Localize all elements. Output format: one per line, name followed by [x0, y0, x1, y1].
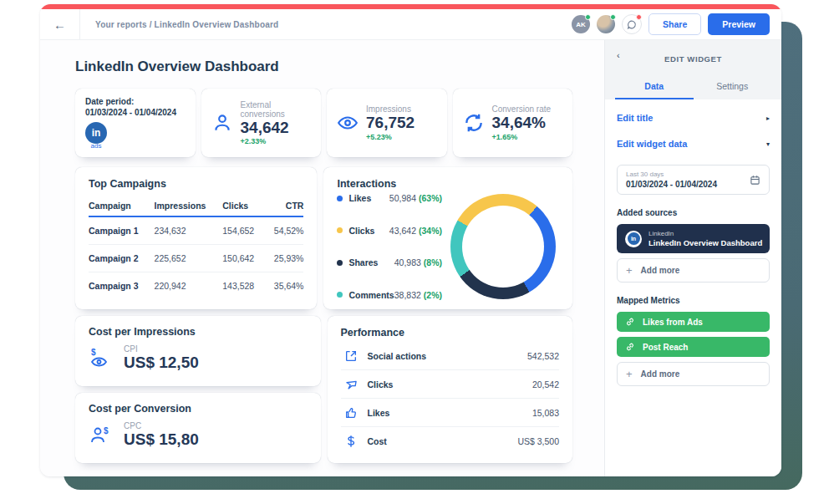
- date-period-card[interactable]: Date period: 01/03/2024 - 01/04/2024 in …: [75, 89, 196, 157]
- topbar-actions: AK Share Preview: [572, 9, 781, 39]
- top-campaigns-card[interactable]: Top Campaigns Campaign Impressions Click…: [75, 167, 317, 309]
- linkedin-ads-icon: in: [85, 122, 107, 144]
- column-header[interactable]: Clicks: [222, 195, 264, 216]
- column-header[interactable]: Impressions: [155, 195, 223, 216]
- interactions-donut[interactable]: [450, 194, 556, 299]
- breadcrumb[interactable]: Your reports / LinkedIn Overview Dashboa…: [95, 9, 278, 39]
- back-button[interactable]: ←: [40, 9, 80, 39]
- column-header[interactable]: CTR: [264, 195, 303, 216]
- avatar-photo[interactable]: [597, 15, 615, 33]
- impressions-card[interactable]: Impressions 76,752 +5.23%: [327, 89, 447, 157]
- edit-widget-body: Edit title ▸ Edit widget data ▾ Last 30 …: [605, 99, 781, 476]
- column-header[interactable]: Campaign: [89, 195, 155, 216]
- metric-delta: +1.65%: [492, 133, 552, 141]
- campaign-name: Campaign 3: [89, 272, 155, 300]
- campaigns-table: Campaign Impressions Clicks CTR Campaign…: [89, 195, 303, 299]
- linkedin-icon: in: [625, 231, 642, 247]
- performance-value: 15,083: [532, 408, 559, 418]
- edit-title-row[interactable]: Edit title ▸: [617, 113, 770, 123]
- mapped-metric-likes-from-ads[interactable]: Likes from Ads: [617, 312, 770, 332]
- svg-text:$: $: [91, 348, 96, 357]
- metric-delta: +5.23%: [366, 133, 414, 141]
- online-status-dot: [585, 14, 591, 20]
- mapped-metric-post-reach[interactable]: Post Reach: [617, 337, 770, 357]
- comments-button[interactable]: [622, 14, 642, 34]
- cost-per-impressions-card[interactable]: Cost per Impressions $ CPI US$ 12,50: [75, 316, 321, 386]
- performance-row[interactable]: Clicks 20,542: [341, 370, 560, 399]
- cost-per-conversion-card[interactable]: Cost per Conversion $ CPC US$ 15,80: [75, 393, 321, 463]
- page-title: LinkedIn Overview Dashboard: [75, 59, 572, 75]
- interactions-card[interactable]: Interactions Likes 50,984 (63%): [323, 167, 572, 309]
- performance-card[interactable]: Performance Social actions 542,532 Click…: [328, 316, 573, 463]
- tab-settings[interactable]: Settings: [694, 75, 772, 99]
- performance-row[interactable]: Likes 15,083: [341, 399, 560, 427]
- thumbs-up-icon: [344, 406, 358, 420]
- legend-value: 50,984: [389, 193, 416, 203]
- legend-item[interactable]: Likes 50,984 (63%): [337, 193, 442, 203]
- legend-item[interactable]: Clicks 43,642 (34%): [337, 226, 442, 236]
- conversion-rate-card[interactable]: Conversion rate 34,64% +1.65%: [453, 89, 573, 157]
- back-arrow-icon: ←: [53, 18, 66, 32]
- source-network: LinkedIn: [648, 230, 762, 237]
- top-bar: ← Your reports / LinkedIn Overview Dashb…: [40, 9, 781, 40]
- performance-label: Cost: [368, 436, 518, 446]
- edit-widget-data-row[interactable]: Edit widget data ▾: [617, 139, 770, 149]
- link-icon: [625, 342, 635, 352]
- add-metric-button[interactable]: + Add more: [617, 362, 770, 386]
- dollar-eye-icon: $: [89, 348, 114, 369]
- legend-dot: [337, 260, 343, 266]
- cpi-label: CPI: [124, 344, 199, 354]
- legend-value: 38,832: [394, 290, 421, 300]
- share-button[interactable]: Share: [648, 13, 701, 35]
- campaign-ctr: 25,93%: [264, 245, 303, 272]
- campaign-impressions: 220,942: [155, 272, 223, 300]
- refresh-icon: [463, 112, 485, 134]
- legend-dot: [337, 196, 343, 201]
- mapped-metric-label: Post Reach: [643, 343, 688, 352]
- campaign-impressions: 225,652: [155, 245, 223, 272]
- add-source-button[interactable]: + Add more: [617, 258, 770, 283]
- date-range-value: 01/03/2024 - 01/04/2024: [626, 180, 750, 189]
- person-dollar-icon: $: [89, 425, 114, 446]
- date-range-field[interactable]: Last 30 days 01/03/2024 - 01/04/2024: [617, 165, 770, 195]
- cursor-icon: [344, 378, 358, 391]
- legend-dot: [337, 227, 343, 233]
- performance-row[interactable]: Social actions 542,532: [341, 342, 560, 370]
- svg-text:$: $: [104, 426, 109, 435]
- add-more-label: Add more: [641, 369, 680, 379]
- legend-item[interactable]: Shares 40,983 (8%): [337, 257, 442, 267]
- panel-title: EDIT WIDGET: [664, 54, 722, 64]
- metric-label: External conversions: [241, 100, 312, 119]
- tab-data[interactable]: Data: [615, 75, 694, 99]
- table-row[interactable]: Campaign 1 234,632 154,652 54,52%: [89, 216, 303, 245]
- campaign-name: Campaign 2: [89, 245, 155, 272]
- legend-label: Comments: [348, 290, 394, 300]
- performance-value: 20,542: [532, 379, 559, 389]
- legend-percent: (2%): [424, 290, 442, 300]
- panel-back-button[interactable]: ‹: [617, 50, 620, 60]
- table-row[interactable]: Campaign 3 220,942 143,528 35,64%: [89, 272, 303, 300]
- legend-item[interactable]: Comments 38,832 (2%): [337, 290, 442, 300]
- app-window: ← Your reports / LinkedIn Overview Dashb…: [40, 4, 781, 476]
- added-sources-label: Added sources: [617, 208, 770, 217]
- metric-value: 34,64%: [492, 114, 552, 132]
- legend-percent: (34%): [419, 226, 442, 236]
- online-status-dot: [610, 14, 616, 20]
- campaign-name: Campaign 1: [89, 216, 155, 245]
- legend-dot: [337, 292, 343, 298]
- table-row[interactable]: Campaign 2 225,652 150,642 25,93%: [89, 245, 303, 272]
- mapped-metric-label: Likes from Ads: [643, 318, 703, 327]
- chat-bubble-icon: [627, 19, 638, 30]
- notification-dot: [636, 14, 642, 20]
- dollar-icon: [344, 435, 358, 448]
- cpi-title: Cost per Impressions: [89, 326, 308, 338]
- external-conversions-card[interactable]: External conversions 34,642 +2.33%: [201, 89, 322, 157]
- avatar-ak[interactable]: AK: [572, 15, 590, 33]
- metric-label: Impressions: [366, 104, 414, 114]
- source-card-linkedin[interactable]: in LinkedIn LinkedIn Overview Dashboard: [617, 224, 770, 253]
- preview-button[interactable]: Preview: [708, 13, 770, 35]
- performance-row[interactable]: Cost US$ 3,500: [341, 427, 560, 456]
- legend-percent: (8%): [424, 257, 442, 267]
- metric-delta: +2.33%: [241, 137, 312, 145]
- date-period-range: 01/03/2024 - 01/04/2024: [85, 108, 186, 117]
